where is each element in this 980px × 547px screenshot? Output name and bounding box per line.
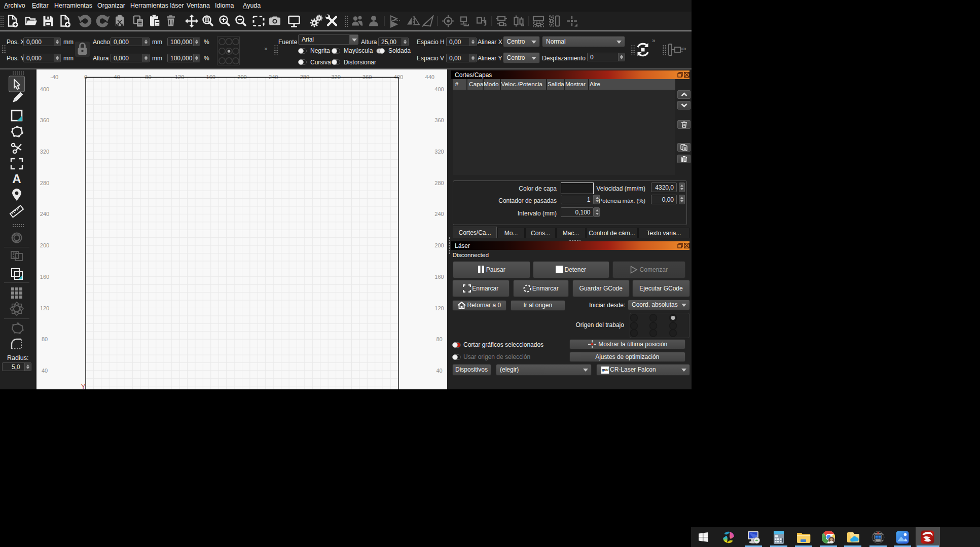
svg-text:320: 320 bbox=[434, 149, 444, 155]
svg-text:40: 40 bbox=[41, 368, 47, 374]
svg-text:400: 400 bbox=[40, 86, 49, 92]
svg-text:160: 160 bbox=[40, 274, 49, 280]
svg-text:200: 200 bbox=[434, 242, 444, 248]
svg-text:Y: Y bbox=[81, 383, 86, 389]
svg-text:80: 80 bbox=[436, 336, 442, 342]
svg-text:200: 200 bbox=[237, 74, 246, 80]
svg-text:400: 400 bbox=[434, 86, 444, 92]
svg-text:360: 360 bbox=[362, 74, 372, 80]
svg-text:160: 160 bbox=[206, 74, 215, 80]
svg-text:440: 440 bbox=[425, 74, 434, 80]
svg-text:40: 40 bbox=[436, 368, 442, 374]
svg-text:80: 80 bbox=[145, 74, 151, 80]
svg-text:160: 160 bbox=[434, 274, 444, 280]
svg-text:Radius:: Radius: bbox=[7, 354, 28, 361]
svg-text:280: 280 bbox=[40, 180, 49, 186]
svg-text:40: 40 bbox=[114, 74, 120, 80]
svg-text:120: 120 bbox=[40, 305, 49, 311]
svg-text:320: 320 bbox=[331, 74, 340, 80]
svg-text:A: A bbox=[12, 172, 21, 186]
svg-text:360: 360 bbox=[40, 117, 49, 123]
svg-text:240: 240 bbox=[269, 74, 278, 80]
svg-text:360: 360 bbox=[434, 117, 444, 123]
svg-text:120: 120 bbox=[174, 74, 184, 80]
svg-text:320: 320 bbox=[40, 149, 49, 155]
svg-text:200: 200 bbox=[40, 242, 49, 248]
svg-text:240: 240 bbox=[40, 211, 49, 217]
svg-text:-40: -40 bbox=[50, 74, 58, 80]
svg-text:280: 280 bbox=[300, 74, 309, 80]
svg-text:120: 120 bbox=[434, 305, 444, 311]
svg-text:280: 280 bbox=[434, 180, 444, 186]
svg-text:240: 240 bbox=[434, 211, 444, 217]
svg-text:80: 80 bbox=[41, 336, 47, 342]
